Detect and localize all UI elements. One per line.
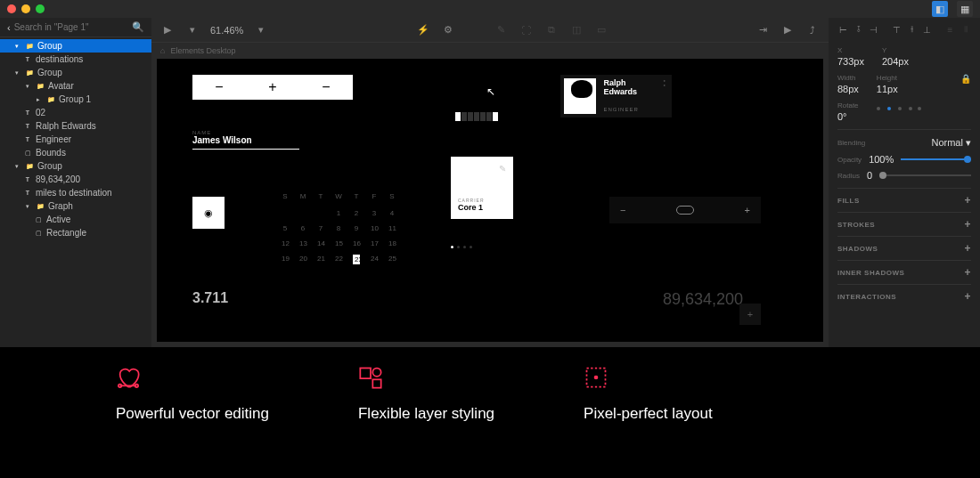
cal-day[interactable]: 16: [353, 239, 360, 247]
layer-item[interactable]: T89,634,200: [0, 173, 151, 186]
tool-icon[interactable]: ✎: [494, 23, 509, 37]
select-tool-icon[interactable]: ▶: [160, 23, 175, 37]
search-input[interactable]: [14, 22, 128, 32]
cal-day[interactable]: 17: [371, 239, 378, 247]
cal-day[interactable]: 13: [299, 239, 306, 247]
settings-icon[interactable]: ⚙: [441, 23, 455, 37]
align-left-icon[interactable]: ⊢: [837, 23, 849, 36]
chevron-icon[interactable]: ▾: [23, 202, 32, 211]
cal-day[interactable]: 19: [282, 255, 289, 264]
maximize-window-icon[interactable]: [36, 4, 45, 13]
chevron-icon[interactable]: ▾: [23, 82, 32, 91]
more-icon[interactable]: ● ●: [664, 78, 668, 114]
cal-day[interactable]: 4: [388, 209, 396, 217]
width-value[interactable]: 88px: [837, 84, 859, 94]
chevron-icon[interactable]: ▾: [12, 69, 21, 77]
cal-day[interactable]: 23: [353, 255, 360, 264]
canvas[interactable]: − + − NAME James Wilson ◉ SMTWTFS1234567…: [157, 59, 823, 342]
layer-item[interactable]: ▢Bounds: [0, 146, 151, 159]
tool-icon[interactable]: ◫: [569, 23, 584, 37]
minus-icon[interactable]: −: [215, 79, 223, 95]
cal-day[interactable]: 12: [282, 239, 289, 247]
cal-day[interactable]: 9: [353, 224, 360, 232]
layer-item[interactable]: TRalph Edwards: [0, 119, 151, 133]
layer-item[interactable]: ▸📁Group 1: [0, 93, 151, 106]
add-button-artboard[interactable]: +: [739, 304, 761, 325]
copy-icon[interactable]: ⧉: [544, 23, 559, 37]
add-icon[interactable]: +: [964, 218, 971, 231]
layer-item[interactable]: ▢Active: [0, 213, 151, 226]
cal-day[interactable]: [282, 209, 289, 217]
layer-item[interactable]: ▾📁Group: [0, 159, 151, 173]
inspector-section-header[interactable]: STROKES+: [837, 212, 971, 236]
dropdown-icon[interactable]: ▾: [254, 23, 268, 37]
carrier-card-artboard[interactable]: ✎ CARRIER Core 1: [451, 157, 513, 219]
stepper-artboard[interactable]: − + −: [192, 75, 353, 100]
add-icon[interactable]: +: [964, 266, 971, 279]
align-center-v-icon[interactable]: ⫲: [906, 23, 918, 36]
search-icon[interactable]: 🔍: [132, 21, 144, 33]
layer-item[interactable]: ▢Rectangle: [0, 226, 151, 239]
cal-day[interactable]: 1: [335, 209, 342, 217]
plus-icon[interactable]: +: [268, 79, 276, 95]
cal-day[interactable]: 21: [317, 255, 324, 264]
tab-layers-icon[interactable]: ◧: [932, 1, 948, 17]
blending-select[interactable]: Normal ▾: [931, 137, 971, 149]
layer-item[interactable]: ▾📁Group: [0, 66, 151, 79]
radius-slider[interactable]: [879, 174, 971, 176]
inspector-section-header[interactable]: INNER SHADOWS+: [837, 260, 971, 284]
cal-day[interactable]: [299, 209, 306, 217]
plus-icon[interactable]: +: [745, 205, 750, 215]
cal-day[interactable]: 2: [353, 209, 360, 217]
tab-components-icon[interactable]: ▦: [957, 1, 973, 17]
page-indicator[interactable]: [451, 246, 472, 248]
import-icon[interactable]: ⇥: [755, 23, 770, 37]
cal-day[interactable]: 5: [282, 224, 289, 232]
stat-artboard[interactable]: 3.711: [192, 290, 228, 306]
inspector-section-header[interactable]: FILLS+: [837, 188, 971, 212]
close-window-icon[interactable]: [7, 4, 16, 13]
home-icon[interactable]: ⌂: [160, 46, 165, 55]
align-bottom-icon[interactable]: ⊥: [921, 23, 933, 36]
cal-day[interactable]: 10: [371, 224, 378, 232]
minus-icon[interactable]: −: [620, 205, 625, 215]
edit-icon[interactable]: ✎: [499, 164, 506, 174]
lock-icon[interactable]: 🔒: [960, 74, 971, 94]
cal-day[interactable]: 14: [317, 239, 324, 247]
minimize-window-icon[interactable]: [21, 4, 30, 13]
layer-item[interactable]: Tdestinations: [0, 53, 151, 66]
distribute-h-icon[interactable]: ≡: [944, 23, 956, 36]
add-icon[interactable]: +: [964, 242, 971, 255]
dropdown-icon[interactable]: ▾: [185, 23, 200, 37]
crop-icon[interactable]: ⛶: [519, 23, 534, 37]
back-icon[interactable]: ‹: [7, 22, 11, 33]
height-value[interactable]: 11px: [877, 84, 898, 94]
calendar-artboard[interactable]: SMTWTFS123456789101112131415161718192021…: [282, 192, 396, 271]
layer-item[interactable]: ▾📁Avatar: [0, 79, 151, 93]
bars-artboard[interactable]: [455, 112, 498, 121]
cal-day[interactable]: 8: [335, 224, 342, 232]
layer-item[interactable]: ▾📁Graph: [0, 199, 151, 213]
opacity-value[interactable]: 100%: [869, 154, 894, 165]
layer-item[interactable]: ▾📁Group: [0, 39, 151, 53]
layer-item[interactable]: TEngineer: [0, 133, 151, 146]
x-value[interactable]: 733px: [837, 56, 864, 67]
distribute-v-icon[interactable]: ⦀: [960, 23, 971, 36]
constraint-widget[interactable]: [877, 101, 921, 116]
chevron-icon[interactable]: ▾: [12, 162, 21, 171]
zoom-level[interactable]: 61.46%: [210, 25, 243, 36]
radius-value[interactable]: 0: [867, 170, 872, 181]
rotate-value[interactable]: 0°: [837, 111, 859, 122]
align-center-h-icon[interactable]: ⫱: [853, 23, 864, 36]
cal-day[interactable]: 22: [335, 255, 342, 264]
opacity-slider[interactable]: [901, 158, 971, 160]
inspector-section-header[interactable]: INTERACTIONS+: [837, 284, 971, 308]
align-right-icon[interactable]: ⊣: [868, 23, 879, 36]
tool-icon[interactable]: ▭: [594, 23, 608, 37]
cal-day[interactable]: 20: [299, 255, 306, 264]
breadcrumb-item[interactable]: Elements Desktop: [170, 46, 235, 55]
bolt-icon[interactable]: ⚡: [416, 23, 430, 37]
cal-day[interactable]: 3: [371, 209, 378, 217]
cal-day[interactable]: 24: [371, 255, 378, 264]
name-field-artboard[interactable]: NAME James Wilson: [192, 130, 299, 150]
